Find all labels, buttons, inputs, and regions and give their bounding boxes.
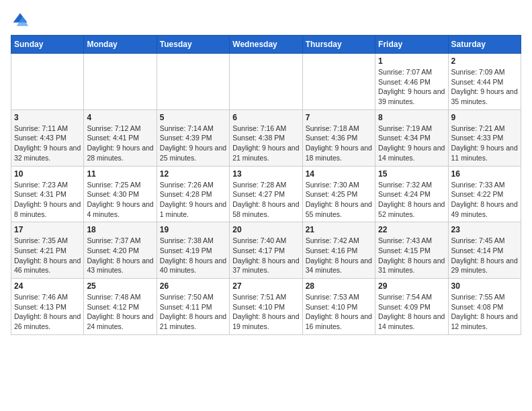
day-number: 3: [14, 113, 81, 122]
day-info: Sunrise: 7:40 AMSunset: 4:17 PMDaylight:…: [232, 236, 299, 275]
calendar-cell: 3Sunrise: 7:11 AMSunset: 4:43 PMDaylight…: [11, 109, 84, 166]
day-of-week-header: Wednesday: [230, 36, 302, 54]
day-info: Sunrise: 7:37 AMSunset: 4:20 PMDaylight:…: [87, 236, 153, 275]
day-number: 16: [451, 169, 518, 179]
day-info: Sunrise: 7:54 AMSunset: 4:09 PMDaylight:…: [378, 292, 445, 332]
day-number: 20: [232, 225, 299, 234]
day-number: 7: [306, 113, 372, 122]
day-number: 5: [160, 113, 226, 122]
day-info: Sunrise: 7:28 AMSunset: 4:27 PMDaylight:…: [232, 180, 299, 220]
day-number: 10: [14, 169, 81, 179]
day-info: Sunrise: 7:33 AMSunset: 4:22 PMDaylight:…: [451, 180, 518, 220]
calendar-cell: 21Sunrise: 7:42 AMSunset: 4:16 PMDayligh…: [302, 222, 375, 279]
day-info: Sunrise: 7:38 AMSunset: 4:19 PMDaylight:…: [160, 236, 226, 275]
calendar-cell: 24Sunrise: 7:46 AMSunset: 4:13 PMDayligh…: [11, 279, 84, 335]
calendar-cell: 1Sunrise: 7:07 AMSunset: 4:46 PMDaylight…: [375, 54, 448, 110]
calendar-cell: 27Sunrise: 7:51 AMSunset: 4:10 PMDayligh…: [230, 279, 302, 335]
calendar-cell: 30Sunrise: 7:55 AMSunset: 4:08 PMDayligh…: [448, 279, 521, 335]
calendar-cell: 20Sunrise: 7:40 AMSunset: 4:17 PMDayligh…: [230, 222, 302, 279]
day-info: Sunrise: 7:32 AMSunset: 4:24 PMDaylight:…: [378, 180, 445, 220]
calendar-cell: 25Sunrise: 7:48 AMSunset: 4:12 PMDayligh…: [84, 279, 157, 335]
calendar-cell: 8Sunrise: 7:19 AMSunset: 4:34 PMDaylight…: [375, 109, 448, 166]
calendar-cell: 14Sunrise: 7:30 AMSunset: 4:25 PMDayligh…: [302, 166, 375, 222]
day-number: 22: [378, 225, 445, 234]
day-info: Sunrise: 7:16 AMSunset: 4:38 PMDaylight:…: [232, 124, 299, 163]
calendar-cell: 13Sunrise: 7:28 AMSunset: 4:27 PMDayligh…: [230, 166, 302, 222]
day-number: 15: [378, 169, 445, 179]
day-number: 28: [306, 281, 372, 291]
day-info: Sunrise: 7:45 AMSunset: 4:14 PMDaylight:…: [451, 236, 518, 275]
logo-icon: [11, 11, 30, 30]
day-info: Sunrise: 7:18 AMSunset: 4:36 PMDaylight:…: [306, 124, 372, 163]
day-of-week-header: Saturday: [448, 36, 521, 54]
day-number: 2: [451, 56, 518, 66]
calendar-header-row: SundayMondayTuesdayWednesdayThursdayFrid…: [11, 36, 521, 54]
calendar-week-row: 24Sunrise: 7:46 AMSunset: 4:13 PMDayligh…: [11, 279, 521, 335]
calendar-cell: 11Sunrise: 7:25 AMSunset: 4:30 PMDayligh…: [84, 166, 157, 222]
day-info: Sunrise: 7:48 AMSunset: 4:12 PMDaylight:…: [87, 292, 153, 332]
day-number: 18: [87, 225, 153, 234]
calendar-week-row: 10Sunrise: 7:23 AMSunset: 4:31 PMDayligh…: [11, 166, 521, 222]
calendar-cell: 22Sunrise: 7:43 AMSunset: 4:15 PMDayligh…: [375, 222, 448, 279]
day-info: Sunrise: 7:42 AMSunset: 4:16 PMDaylight:…: [306, 236, 372, 275]
day-number: 9: [451, 113, 518, 122]
calendar-cell: 28Sunrise: 7:53 AMSunset: 4:10 PMDayligh…: [302, 279, 375, 335]
day-of-week-header: Sunday: [11, 36, 84, 54]
calendar-cell: 17Sunrise: 7:35 AMSunset: 4:21 PMDayligh…: [11, 222, 84, 279]
calendar-week-row: 17Sunrise: 7:35 AMSunset: 4:21 PMDayligh…: [11, 222, 521, 279]
day-info: Sunrise: 7:21 AMSunset: 4:33 PMDaylight:…: [451, 124, 518, 163]
calendar-cell: 15Sunrise: 7:32 AMSunset: 4:24 PMDayligh…: [375, 166, 448, 222]
day-info: Sunrise: 7:12 AMSunset: 4:41 PMDaylight:…: [87, 124, 153, 163]
day-number: 24: [14, 281, 81, 291]
day-number: 12: [160, 169, 226, 179]
calendar-cell: 18Sunrise: 7:37 AMSunset: 4:20 PMDayligh…: [84, 222, 157, 279]
day-info: Sunrise: 7:53 AMSunset: 4:10 PMDaylight:…: [306, 292, 372, 332]
day-of-week-header: Tuesday: [157, 36, 229, 54]
day-number: 17: [14, 225, 81, 234]
calendar-cell: [230, 54, 302, 110]
day-number: 19: [160, 225, 226, 234]
calendar-cell: [302, 54, 375, 110]
calendar-week-row: 1Sunrise: 7:07 AMSunset: 4:46 PMDaylight…: [11, 54, 521, 110]
day-number: 8: [378, 113, 445, 122]
day-info: Sunrise: 7:25 AMSunset: 4:30 PMDaylight:…: [87, 180, 153, 220]
day-number: 1: [378, 56, 445, 66]
day-of-week-header: Thursday: [302, 36, 375, 54]
day-number: 13: [232, 169, 299, 179]
day-info: Sunrise: 7:55 AMSunset: 4:08 PMDaylight:…: [451, 292, 518, 332]
calendar-cell: 19Sunrise: 7:38 AMSunset: 4:19 PMDayligh…: [157, 222, 229, 279]
day-info: Sunrise: 7:19 AMSunset: 4:34 PMDaylight:…: [378, 124, 445, 163]
page-header: [11, 11, 521, 30]
day-number: 11: [87, 169, 153, 179]
calendar-cell: 4Sunrise: 7:12 AMSunset: 4:41 PMDaylight…: [84, 109, 157, 166]
calendar-cell: 16Sunrise: 7:33 AMSunset: 4:22 PMDayligh…: [448, 166, 521, 222]
day-number: 27: [232, 281, 299, 291]
calendar-cell: 9Sunrise: 7:21 AMSunset: 4:33 PMDaylight…: [448, 109, 521, 166]
calendar-cell: [84, 54, 157, 110]
day-number: 4: [87, 113, 153, 122]
day-info: Sunrise: 7:09 AMSunset: 4:44 PMDaylight:…: [451, 67, 518, 107]
day-number: 30: [451, 281, 518, 291]
day-info: Sunrise: 7:11 AMSunset: 4:43 PMDaylight:…: [14, 124, 81, 163]
day-of-week-header: Friday: [375, 36, 448, 54]
calendar-cell: 2Sunrise: 7:09 AMSunset: 4:44 PMDaylight…: [448, 54, 521, 110]
calendar-cell: 12Sunrise: 7:26 AMSunset: 4:28 PMDayligh…: [157, 166, 229, 222]
day-info: Sunrise: 7:46 AMSunset: 4:13 PMDaylight:…: [14, 292, 81, 332]
calendar-cell: [157, 54, 229, 110]
calendar-week-row: 3Sunrise: 7:11 AMSunset: 4:43 PMDaylight…: [11, 109, 521, 166]
day-number: 21: [306, 225, 372, 234]
calendar-table: SundayMondayTuesdayWednesdayThursdayFrid…: [11, 35, 521, 335]
day-info: Sunrise: 7:43 AMSunset: 4:15 PMDaylight:…: [378, 236, 445, 275]
day-info: Sunrise: 7:50 AMSunset: 4:11 PMDaylight:…: [160, 292, 226, 332]
day-info: Sunrise: 7:14 AMSunset: 4:39 PMDaylight:…: [160, 124, 226, 163]
day-of-week-header: Monday: [84, 36, 157, 54]
calendar-cell: 5Sunrise: 7:14 AMSunset: 4:39 PMDaylight…: [157, 109, 229, 166]
day-number: 6: [232, 113, 299, 122]
day-info: Sunrise: 7:35 AMSunset: 4:21 PMDaylight:…: [14, 236, 81, 275]
calendar-cell: 23Sunrise: 7:45 AMSunset: 4:14 PMDayligh…: [448, 222, 521, 279]
calendar-cell: 29Sunrise: 7:54 AMSunset: 4:09 PMDayligh…: [375, 279, 448, 335]
day-info: Sunrise: 7:07 AMSunset: 4:46 PMDaylight:…: [378, 67, 445, 107]
day-number: 25: [87, 281, 153, 291]
day-number: 29: [378, 281, 445, 291]
day-number: 26: [160, 281, 226, 291]
